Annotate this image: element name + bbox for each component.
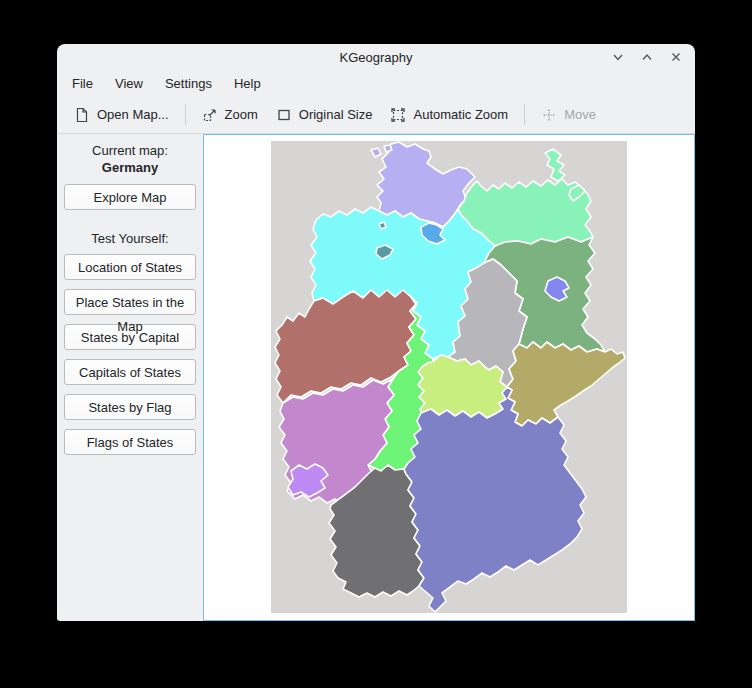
- test-yourself-label: Test Yourself:: [57, 231, 203, 246]
- open-map-icon: [74, 107, 90, 123]
- map-state-saxony[interactable]: [507, 342, 625, 426]
- menu-file[interactable]: File: [61, 72, 104, 95]
- quiz-button-place-states-in-the-map[interactable]: Place States in the Map: [64, 289, 196, 315]
- automatic-zoom-label: Automatic Zoom: [413, 107, 508, 122]
- menu-settings[interactable]: Settings: [154, 72, 223, 95]
- quiz-button-states-by-capital[interactable]: States by Capital: [64, 324, 196, 350]
- map-state-mecklenburg-vorpommern[interactable]: [545, 149, 565, 181]
- maximize-button[interactable]: [639, 49, 655, 65]
- automatic-zoom-icon: [390, 107, 406, 123]
- menubar: File View Settings Help: [57, 70, 695, 96]
- sidebar: Current map: Germany Explore Map Test Yo…: [57, 134, 203, 621]
- close-button[interactable]: [668, 49, 684, 65]
- close-icon: [669, 50, 683, 64]
- kgeography-window: KGeography File View Settings Help Open …: [57, 44, 695, 621]
- map-state-bremen[interactable]: [379, 222, 386, 229]
- titlebar[interactable]: KGeography: [57, 44, 695, 70]
- toolbar: Open Map... Zoom Original Size Automatic…: [57, 96, 695, 134]
- zoom-label: Zoom: [225, 107, 258, 122]
- minimize-button[interactable]: [610, 49, 626, 65]
- quiz-button-flags-of-states[interactable]: Flags of States: [64, 429, 196, 455]
- original-size-icon: [276, 107, 292, 123]
- quiz-button-states-by-flag[interactable]: States by Flag: [64, 394, 196, 420]
- current-map-value: Germany: [57, 160, 203, 175]
- toolbar-separator: [524, 104, 525, 125]
- menu-view[interactable]: View: [104, 72, 154, 95]
- explore-map-button[interactable]: Explore Map: [64, 184, 196, 210]
- main-content: Current map: Germany Explore Map Test Yo…: [57, 134, 695, 621]
- map-state-schleswig-holstein[interactable]: [371, 148, 381, 157]
- map-state-bavaria[interactable]: [404, 387, 586, 612]
- open-map-label: Open Map...: [97, 107, 169, 122]
- map-canvas: [271, 141, 627, 613]
- quiz-button-capitals-of-states[interactable]: Capitals of States: [64, 359, 196, 385]
- quiz-button-location-of-states[interactable]: Location of States: [64, 254, 196, 280]
- open-map-button[interactable]: Open Map...: [65, 102, 178, 128]
- zoom-icon: [202, 107, 218, 123]
- move-label: Move: [564, 107, 596, 122]
- menu-help[interactable]: Help: [223, 72, 272, 95]
- chevron-up-icon: [640, 50, 654, 64]
- zoom-button[interactable]: Zoom: [193, 102, 267, 128]
- original-size-button[interactable]: Original Size: [267, 102, 382, 128]
- window-controls: [610, 44, 684, 70]
- map-state-schleswig-holstein[interactable]: [384, 145, 392, 152]
- automatic-zoom-button[interactable]: Automatic Zoom: [381, 102, 517, 128]
- move-icon: [541, 107, 557, 123]
- original-size-label: Original Size: [299, 107, 373, 122]
- current-map-label: Current map:: [57, 143, 203, 158]
- germany-map-svg: [271, 141, 627, 613]
- window-title: KGeography: [57, 50, 695, 65]
- map-viewport: [203, 134, 695, 621]
- chevron-down-icon: [611, 50, 625, 64]
- toolbar-separator: [185, 104, 186, 125]
- move-button: Move: [532, 102, 605, 128]
